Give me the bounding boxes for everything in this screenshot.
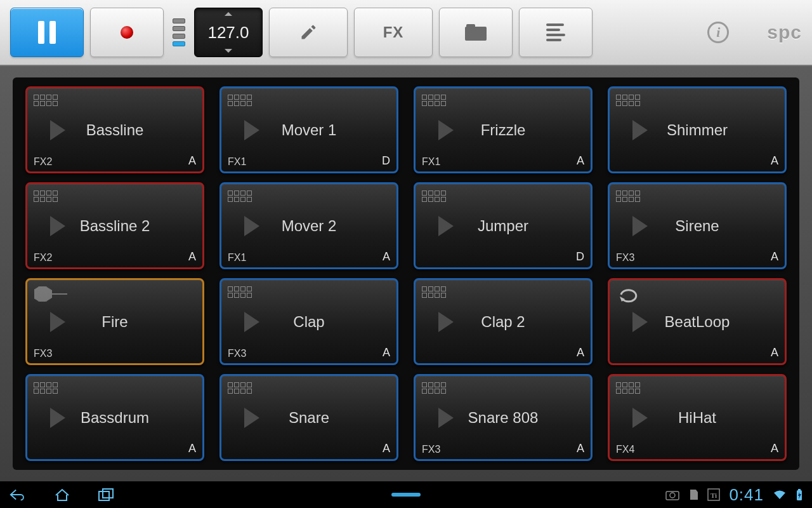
brand-label: spc xyxy=(767,22,802,43)
pad-group-label: A xyxy=(577,154,584,168)
pad-snare[interactable]: SnareA xyxy=(219,374,398,461)
sd-card-icon xyxy=(688,489,698,500)
camera-icon xyxy=(665,489,679,500)
folder-icon xyxy=(465,24,487,41)
record-icon xyxy=(121,26,133,39)
wifi-icon xyxy=(773,489,787,500)
pad-fx-label: FX3 xyxy=(34,348,52,359)
sequence-mode-icon xyxy=(34,95,58,106)
nav-handle[interactable] xyxy=(391,493,421,497)
sequence-mode-icon xyxy=(422,95,446,106)
pad-group-label: A xyxy=(383,250,390,264)
pad-bassline-2[interactable]: Bassline 2FX2A xyxy=(25,182,204,269)
pad-mover-2[interactable]: Mover 2FX1A xyxy=(219,182,398,269)
sequence-mode-icon xyxy=(228,286,252,298)
home-button[interactable] xyxy=(53,488,71,502)
edit-button[interactable] xyxy=(269,8,348,57)
pad-group-label: A xyxy=(188,250,196,264)
sequence-mode-icon xyxy=(422,190,446,202)
sequence-mode-icon xyxy=(228,95,252,106)
pad-fire[interactable]: FireFX3 xyxy=(25,278,204,365)
pad-mover-1[interactable]: Mover 1FX1D xyxy=(219,86,398,173)
pad-label: Shimmer xyxy=(610,121,785,139)
sequence-mode-icon xyxy=(34,382,58,394)
sequence-mode-icon xyxy=(228,190,252,202)
sequence-mode-icon xyxy=(228,382,252,394)
folder-button[interactable] xyxy=(439,8,513,57)
pad-group-label: A xyxy=(188,154,196,168)
pad-sirene[interactable]: SireneFX3A xyxy=(608,182,787,269)
sequence-mode-icon xyxy=(422,382,446,394)
recents-button[interactable] xyxy=(98,488,115,502)
svg-rect-27 xyxy=(103,489,113,498)
sequence-mode-icon xyxy=(616,190,640,202)
pad-bassline[interactable]: BasslineFX2A xyxy=(25,86,204,173)
pad-group-label: A xyxy=(383,442,390,455)
sequence-mode-icon xyxy=(422,286,446,298)
info-button[interactable]: i xyxy=(707,22,729,43)
sequence-mode-icon xyxy=(616,95,640,106)
fx-label: FX xyxy=(383,23,404,41)
pad-beatloop[interactable]: BeatLoopA xyxy=(608,278,787,365)
status-clock: 0:41 xyxy=(729,485,764,505)
pad-label: Bassline xyxy=(27,121,202,139)
pad-label: Bassline 2 xyxy=(27,217,202,235)
svg-point-29 xyxy=(670,493,675,498)
pad-fx-label: FX2 xyxy=(34,156,52,168)
pad-label: HiHat xyxy=(610,409,785,427)
pad-group-label: A xyxy=(771,442,778,455)
pad-jumper[interactable]: JumperD xyxy=(414,182,593,269)
pad-label: Mover 2 xyxy=(221,217,396,235)
android-navbar: Ti 0:41 xyxy=(0,481,812,508)
pad-bassdrum[interactable]: BassdrumA xyxy=(25,374,204,461)
record-button[interactable] xyxy=(90,8,164,57)
back-button[interactable] xyxy=(9,488,27,502)
battery-icon xyxy=(796,488,803,501)
pad-group-label: A xyxy=(188,442,196,455)
pad-group-label: A xyxy=(771,346,778,359)
pad-label: Snare xyxy=(221,409,396,427)
pad-fx-label: FX3 xyxy=(228,348,246,359)
pad-fx-label: FX3 xyxy=(616,252,634,264)
ti-icon: Ti xyxy=(707,488,720,501)
pad-clap-2[interactable]: Clap 2A xyxy=(414,278,593,365)
pause-icon xyxy=(38,21,56,44)
pad-group-label: A xyxy=(577,346,584,359)
tempo-stepper[interactable]: 127.0 xyxy=(194,8,263,57)
loop-mode-icon xyxy=(616,286,641,303)
pad-label: Frizzle xyxy=(416,121,591,139)
pad-label: Clap xyxy=(221,313,396,331)
pad-label: Snare 808 xyxy=(416,409,591,427)
pad-label: Mover 1 xyxy=(221,121,396,139)
tracks-icon xyxy=(546,23,565,41)
svg-text:Ti: Ti xyxy=(710,491,717,499)
stage: BasslineFX2AMover 1FX1DFrizzleFX1AShimme… xyxy=(0,66,812,481)
tempo-value: 127.0 xyxy=(207,23,249,43)
pad-fx-label: FX1 xyxy=(228,252,246,264)
pad-grid: BasslineFX2AMover 1FX1DFrizzleFX1AShimme… xyxy=(13,77,799,470)
svg-rect-33 xyxy=(798,489,801,491)
svg-rect-26 xyxy=(99,491,109,500)
pad-fx-label: FX2 xyxy=(34,252,52,264)
pad-fx-label: FX1 xyxy=(422,156,440,168)
pad-hihat[interactable]: HiHatFX4A xyxy=(608,374,787,461)
pad-label: Clap 2 xyxy=(416,313,591,331)
sequence-mode-icon xyxy=(34,190,58,202)
pad-clap[interactable]: ClapFX3A xyxy=(219,278,398,365)
tracks-button[interactable] xyxy=(519,8,593,57)
pad-frizzle[interactable]: FrizzleFX1A xyxy=(414,86,593,173)
fx-button[interactable]: FX xyxy=(354,8,433,57)
level-selector[interactable] xyxy=(173,18,185,46)
waveform-mode-icon xyxy=(34,286,68,302)
pad-fx-label: FX4 xyxy=(616,444,634,455)
pad-fx-label: FX3 xyxy=(422,444,440,455)
pad-label: Bassdrum xyxy=(27,409,202,427)
pad-group-label: A xyxy=(383,346,390,359)
pad-label: BeatLoop xyxy=(610,313,785,331)
pad-shimmer[interactable]: ShimmerA xyxy=(608,86,787,173)
pad-group-label: A xyxy=(577,442,584,455)
pad-label: Jumper xyxy=(416,217,591,235)
play-pause-button[interactable] xyxy=(10,8,84,57)
pad-snare-808[interactable]: Snare 808FX3A xyxy=(414,374,593,461)
pad-label: Sirene xyxy=(610,217,785,235)
